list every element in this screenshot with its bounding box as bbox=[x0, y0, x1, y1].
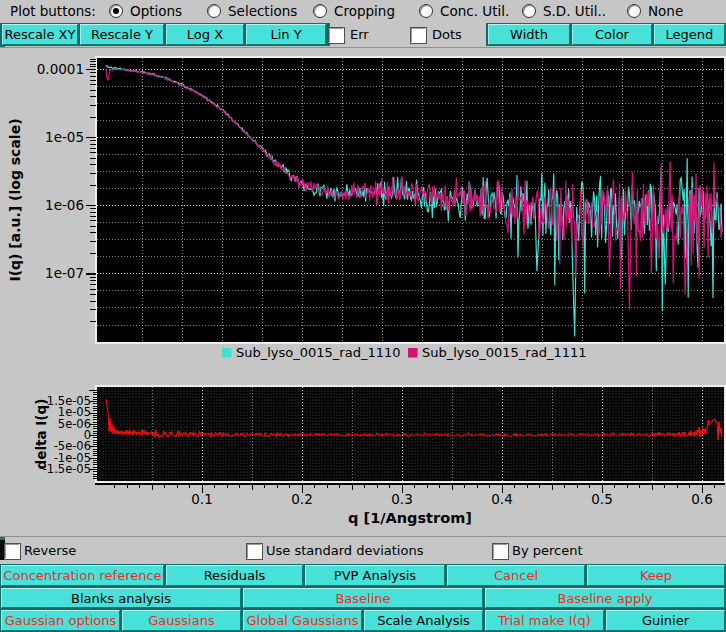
saxs-plot-window: Plot buttons: Options Selections Croppin… bbox=[0, 0, 726, 632]
plot-panel: 0.00011e-051e-061e-07I(q) [a.u.] (log sc… bbox=[0, 47, 726, 537]
log-x-button[interactable]: Log X bbox=[166, 24, 244, 45]
x-tick-label: 0.3 bbox=[391, 491, 412, 507]
dots-checkbox[interactable] bbox=[410, 27, 427, 44]
radio-conc-util[interactable]: Conc. Util. bbox=[419, 3, 509, 19]
radio-options[interactable]: Options bbox=[109, 3, 182, 19]
delta-y-axis-title: delta I(q) bbox=[33, 399, 49, 470]
action-row-1: Concentration reference Residuals PVP An… bbox=[1, 565, 725, 586]
scale-analysis-button[interactable]: Scale Analysis bbox=[364, 610, 483, 631]
main-y-tick-label: 0.0001 bbox=[37, 61, 84, 77]
use-standard-deviations-checkbox[interactable] bbox=[246, 543, 263, 560]
err-checkbox-label: Err bbox=[350, 27, 369, 42]
x-axis-title: q [1/Angstrom] bbox=[348, 510, 472, 526]
color-button[interactable]: Color bbox=[572, 24, 652, 45]
plots-svg: 0.00011e-051e-061e-07I(q) [a.u.] (log sc… bbox=[0, 48, 726, 536]
gaussians-button[interactable]: Gaussians bbox=[122, 610, 241, 631]
use-standard-deviations-label: Use standard deviations bbox=[266, 543, 423, 558]
action-row-2: Blanks analysis Baseline Baseline apply bbox=[1, 588, 725, 609]
main-y-axis-title: I(q) [a.u.] (log scale) bbox=[7, 118, 23, 281]
residuals-button[interactable]: Residuals bbox=[166, 565, 303, 586]
rescale-xy-button[interactable]: Rescale XY bbox=[2, 24, 78, 45]
main-y-tick-label: 1e-05 bbox=[45, 129, 84, 145]
err-checkbox[interactable] bbox=[328, 27, 345, 44]
legend-swatch bbox=[222, 348, 232, 358]
keep-button[interactable]: Keep bbox=[587, 565, 725, 586]
reverse-checkbox-label: Reverse bbox=[24, 543, 76, 558]
guinier-button[interactable]: Guinier bbox=[606, 610, 725, 631]
radio-selections[interactable]: Selections bbox=[207, 3, 297, 19]
radio-sd-util[interactable]: S.D. Util.. bbox=[522, 3, 606, 19]
reverse-checkbox[interactable] bbox=[4, 543, 21, 560]
baseline-apply-button[interactable]: Baseline apply bbox=[485, 588, 725, 609]
radio-none-label: None bbox=[648, 3, 683, 19]
lin-y-button[interactable]: Lin Y bbox=[246, 24, 326, 45]
rescale-y-button[interactable]: Rescale Y bbox=[80, 24, 164, 45]
radio-conc-util-label: Conc. Util. bbox=[440, 3, 509, 19]
by-percent-label: By percent bbox=[512, 543, 583, 558]
legend-swatch bbox=[408, 348, 418, 358]
main-y-tick-label: 1e-07 bbox=[45, 265, 84, 281]
action-button-grid: Concentration reference Residuals PVP An… bbox=[0, 564, 726, 632]
radio-icon[interactable] bbox=[207, 4, 221, 18]
dots-checkbox-label: Dots bbox=[432, 27, 462, 42]
gaussian-options-button[interactable]: Gaussian options bbox=[1, 610, 120, 631]
blanks-analysis-button[interactable]: Blanks analysis bbox=[1, 588, 241, 609]
legend-button[interactable]: Legend bbox=[654, 24, 725, 45]
radio-icon[interactable] bbox=[627, 4, 641, 18]
radio-icon[interactable] bbox=[419, 4, 433, 18]
plot-buttons-label: Plot buttons: bbox=[10, 3, 96, 19]
radio-cropping-label: Cropping bbox=[334, 3, 395, 19]
by-percent-checkbox[interactable] bbox=[492, 543, 509, 560]
radio-icon[interactable] bbox=[522, 4, 536, 18]
radio-none[interactable]: None bbox=[627, 3, 683, 19]
delta-y-tick-label: -1.5e-05 bbox=[43, 462, 91, 476]
global-gaussians-button[interactable]: Global Gaussians bbox=[243, 610, 362, 631]
x-tick-label: 0.6 bbox=[691, 491, 712, 507]
x-tick-label: 0.2 bbox=[291, 491, 312, 507]
action-row-3: Gaussian options Gaussians Global Gaussi… bbox=[1, 610, 725, 631]
radio-icon[interactable] bbox=[313, 4, 327, 18]
concentration-reference-button[interactable]: Concentration reference bbox=[1, 565, 164, 586]
x-tick-label: 0.4 bbox=[491, 491, 512, 507]
trial-make-iq-button[interactable]: Trial make I(q) bbox=[485, 610, 604, 631]
radio-options-label: Options bbox=[130, 3, 182, 19]
main-y-tick-label: 1e-06 bbox=[45, 197, 84, 213]
x-tick-label: 0.5 bbox=[591, 491, 612, 507]
radio-selected-icon[interactable] bbox=[109, 4, 123, 18]
legend-label: Sub_lyso_0015_rad_1110 bbox=[236, 345, 401, 360]
width-button[interactable]: Width bbox=[488, 24, 570, 45]
legend-label: Sub_lyso_0015_rad_1111 bbox=[422, 345, 587, 360]
radio-sd-util-label: S.D. Util.. bbox=[543, 3, 606, 19]
cancel-button[interactable]: Cancel bbox=[447, 565, 585, 586]
x-tick-label: 0.1 bbox=[191, 491, 212, 507]
radio-selections-label: Selections bbox=[228, 3, 297, 19]
baseline-button[interactable]: Baseline bbox=[243, 588, 483, 609]
plot-buttons-bar: Plot buttons: Options Selections Croppin… bbox=[0, 0, 726, 23]
radio-cropping[interactable]: Cropping bbox=[313, 3, 395, 19]
pvp-analysis-button[interactable]: PVP Analysis bbox=[305, 565, 445, 586]
